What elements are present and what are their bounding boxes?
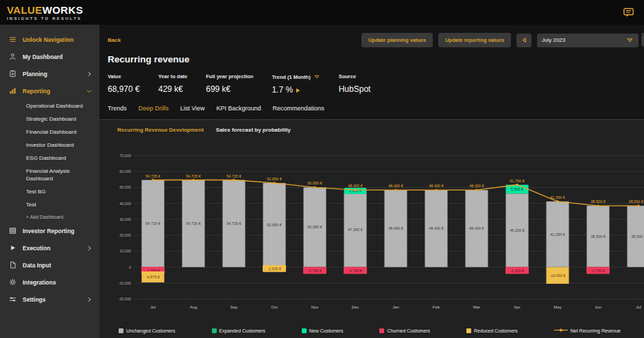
logo-title: VALUEWORKS	[7, 5, 83, 15]
svg-text:Dec: Dec	[352, 305, 359, 309]
sidebar-item-esg-dashboard[interactable]: ESG Dashboard	[0, 152, 99, 165]
svg-text:47,300 €: 47,300 €	[348, 228, 362, 232]
sidebar-item-label: Data Input	[23, 262, 51, 269]
logo: VALUEWORKS INSIGHTS TO RESULTS	[7, 5, 83, 21]
sidebar-item-label: Investor Reporting	[23, 228, 75, 234]
svg-text:-10,000: -10,000	[118, 281, 131, 285]
triangle-left-icon	[521, 34, 528, 47]
tab-bar: TrendsDeep DrillsList ViewKPI Background…	[99, 95, 644, 118]
legend-reduced-customers[interactable]: Reduced Customers	[466, 328, 518, 333]
next-month-button[interactable]	[641, 33, 644, 47]
kpi-source: SourceHubSpot	[339, 73, 371, 95]
kpi-full-year-projection: Full year projection699 k€	[206, 73, 253, 95]
tab-list-view[interactable]: List View	[180, 105, 205, 112]
triangle-right-icon	[294, 86, 301, 93]
tab-trends[interactable]: Trends	[108, 105, 127, 112]
sidebar-subitem-label: Test	[26, 201, 36, 208]
svg-text:54,725 €: 54,725 €	[186, 174, 200, 178]
kpi-label-text: Source	[339, 73, 356, 80]
sidebar-item-reporting[interactable]: Reporting	[0, 82, 99, 99]
sidebar-item-label: Reporting	[23, 88, 50, 95]
kpi-value-text: 68,970 €	[108, 84, 140, 94]
sidebar-item-test-bg[interactable]: Test BG	[0, 185, 99, 198]
legend-churned-customers[interactable]: Churned Customers	[379, 328, 430, 333]
chevron-right-icon	[86, 71, 93, 77]
kpi-label: Full year projection	[206, 73, 253, 80]
svg-text:48,400 €: 48,400 €	[388, 184, 403, 188]
svg-text:50,050 €: 50,050 €	[307, 181, 322, 185]
svg-text:-2,750 €: -2,750 €	[348, 269, 362, 273]
svg-text:40,000: 40,000	[119, 202, 131, 206]
svg-text:Aug: Aug	[190, 305, 198, 309]
bar-chart-icon	[9, 87, 16, 95]
kpi-label: Year to date	[158, 73, 188, 80]
sidebar-item-investor-dashboard[interactable]: Investor Dashboard	[0, 138, 99, 152]
sidebar-item-operational-dashboard[interactable]: Operational Dashboard	[0, 99, 99, 112]
tab-kpi-background[interactable]: KPI Background	[217, 105, 261, 112]
logo-secondary: WORKS	[43, 4, 84, 16]
sidebar-item-my-dashboard[interactable]: My Dashboard	[0, 48, 99, 65]
kpi-label: Value	[108, 73, 140, 80]
svg-text:Mar: Mar	[473, 305, 480, 309]
legend-expanded-customers[interactable]: Expanded Customers	[212, 328, 265, 333]
chat-button[interactable]	[623, 7, 634, 19]
chevron-down-icon	[626, 36, 634, 44]
kpi-year-to-date: Year to date429 k€	[158, 73, 188, 95]
sidebar-item-label: Unlock Navigation	[23, 36, 73, 43]
logo-primary: VALUE	[7, 4, 43, 16]
svg-text:54,725 €: 54,725 €	[226, 174, 241, 178]
kpi-label: Source	[339, 73, 371, 80]
subtab-sales-forecast-by-probability[interactable]: Sales forecast by probability	[216, 127, 291, 133]
sidebar-item-data-input[interactable]: Data Input	[0, 256, 99, 274]
svg-text:50,000: 50,000	[119, 185, 131, 189]
sidebar-item-investor-reporting[interactable]: Investor Reporting	[0, 222, 99, 239]
chart-legend: Unchanged CustomersExpanded CustomersNew…	[119, 328, 621, 333]
tab-recommendations[interactable]: Recommendations	[273, 105, 324, 112]
update-reporting-values-button[interactable]: Update reporting values	[438, 33, 511, 47]
svg-text:38,500 €: 38,500 €	[591, 234, 605, 239]
svg-text:10,000: 10,000	[119, 249, 131, 253]
sidebar-item-financial-analysis-dashboard[interactable]: Financial Analysis Dashboard	[0, 165, 99, 185]
sidebar-item-financial-dashboard[interactable]: Financial Dashboard	[0, 125, 99, 138]
file-icon	[9, 261, 16, 269]
sidebar-item-integrations[interactable]: Integrations	[0, 274, 99, 291]
revenue-chart-svg: -20,000-10,000010,00020,00030,00040,0005…	[108, 146, 644, 314]
period-select[interactable]: July 2023	[537, 34, 639, 47]
svg-text:54,725 €: 54,725 €	[186, 221, 200, 226]
sidebar-item-test[interactable]: Test	[0, 198, 99, 211]
svg-text:46,200 €: 46,200 €	[510, 228, 524, 232]
legend-new-customers[interactable]: New Customers	[302, 328, 344, 333]
update-planning-values-button[interactable]: Update planning values	[361, 33, 433, 47]
sidebar-subitem-label: Investor Dashboard	[26, 141, 74, 149]
svg-text:48,400 €: 48,400 €	[469, 226, 484, 230]
svg-text:Feb: Feb	[433, 305, 440, 309]
legend-unchanged-customers[interactable]: Unchanged Customers	[119, 328, 176, 333]
svg-text:Apr: Apr	[514, 305, 520, 309]
tab-deep-drills[interactable]: Deep Drills	[139, 105, 169, 112]
subtab-recurring-revenue-development[interactable]: Recurring Revenue Development	[117, 127, 204, 133]
svg-text:20,000: 20,000	[119, 233, 131, 237]
back-link[interactable]: Back	[108, 37, 121, 43]
previous-month-button[interactable]	[516, 34, 532, 47]
sidebar-item-unlock-navigation[interactable]: Unlock Navigation	[0, 31, 99, 48]
chevron-right-icon	[86, 245, 93, 252]
svg-text:-1,925 €: -1,925 €	[267, 267, 281, 271]
legend-net-recurring-revenue[interactable]: Net Recurring Revenue	[554, 328, 621, 333]
sidebar-item-settings[interactable]: Settings	[0, 291, 99, 308]
chevron-down-icon	[86, 88, 93, 95]
sidebar-item-execution[interactable]: Execution	[0, 239, 99, 256]
sidebar-item-planning[interactable]: Planning	[0, 65, 99, 82]
svg-text:48,400 €: 48,400 €	[429, 184, 443, 188]
logo-tagline: INSIGHTS TO RESULTS	[7, 16, 83, 21]
kpi-value-text: 699 k€	[206, 84, 230, 94]
svg-text:0: 0	[129, 265, 131, 269]
triangle-down-icon[interactable]	[313, 73, 320, 80]
top-bar: VALUEWORKS INSIGHTS TO RESULTS	[0, 0, 644, 25]
svg-text:5,500 €: 5,500 €	[511, 187, 523, 191]
svg-text:38,500 €: 38,500 €	[631, 234, 644, 239]
svg-text:Nov: Nov	[311, 305, 319, 309]
sidebar-item-strategic-dashboard[interactable]: Strategic Dashboard	[0, 112, 99, 125]
kpi-label-text: Year to date	[158, 73, 188, 80]
add-dashboard-button[interactable]: + Add Dashboard	[0, 211, 99, 222]
svg-text:May: May	[553, 305, 561, 309]
